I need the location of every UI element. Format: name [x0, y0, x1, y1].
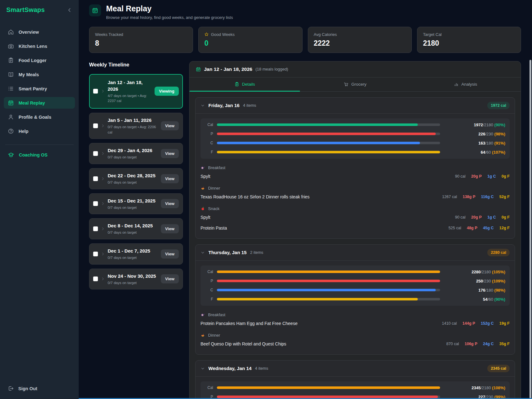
sign-out-button[interactable]: Sign Out: [4, 383, 75, 394]
macro-label: P: [205, 279, 213, 283]
meal-name: Spylt: [201, 215, 451, 220]
meal-group-snack: Snack: [201, 206, 510, 211]
macro-bar-fill: [217, 298, 418, 300]
main-content: Meal Replay Browse your meal history, fi…: [79, 0, 532, 399]
day-items-count: 4 items: [243, 103, 256, 108]
macro-value: 2345/2180 (108%): [444, 385, 505, 390]
macro-value: 250/230 (109%): [444, 279, 505, 283]
viewing-button[interactable]: Viewing: [155, 87, 179, 96]
week-range: Dec 15 - Dec 21, 2025: [108, 197, 158, 204]
stew-pot-icon: [201, 186, 205, 191]
meal-carbs: 24g C: [483, 342, 494, 346]
macro-bar-fill: [217, 123, 418, 126]
week-checkbox[interactable]: [93, 276, 98, 281]
sidebar-item-my-meals[interactable]: My Meals: [4, 69, 75, 80]
week-card[interactable]: Dec 8 - Dec 14, 20250/7 days on targetVi…: [89, 218, 183, 239]
macro-label: Cal: [205, 123, 213, 127]
sidebar-item-kitchen-lens[interactable]: Kitchen Lens: [4, 40, 75, 52]
view-button[interactable]: View: [161, 224, 179, 233]
week-card[interactable]: Jan 12 - Jan 18, 20264/7 days on target …: [89, 74, 183, 109]
sidebar-item-label: Food Logger: [19, 58, 47, 63]
weekly-timeline: Weekly Timeline Jan 12 - Jan 18, 20264/7…: [89, 61, 183, 294]
view-button[interactable]: View: [161, 174, 179, 183]
stat-value: 2180: [423, 39, 515, 48]
meal-name: Beef Queso Dip with Rotel and Quest Chip…: [201, 341, 443, 346]
week-checkbox[interactable]: [93, 123, 98, 128]
tab-details[interactable]: Details: [190, 77, 300, 91]
chevron-right-icon: [101, 227, 105, 231]
sidebar-item-smart-pantry[interactable]: Smart Pantry: [4, 83, 75, 94]
meal-groups: BreakfastSpylt90 cal20g P1g C0g FDinnerT…: [195, 160, 515, 238]
meal-group-label: Dinner: [208, 333, 220, 338]
macro-value: 2280/2180 (105%): [444, 270, 505, 274]
meal-calories: 90 cal: [455, 215, 465, 219]
meal-group-breakfast: Breakfast: [201, 312, 510, 317]
week-range: Nov 24 - Nov 30, 2025: [108, 273, 158, 279]
week-checkbox[interactable]: [93, 226, 98, 231]
macro-row-c: C163/180 (91%): [205, 141, 505, 145]
chevron-right-icon: [101, 202, 105, 206]
stat-value: 8: [95, 39, 187, 48]
meal-fat: 35g F: [499, 342, 510, 346]
chevron-down-icon: [201, 366, 205, 371]
macro-summary: Cal2280/2180 (105%)P250/230 (109%)C176/1…: [201, 265, 510, 306]
meal-carbs: 1g C: [487, 174, 496, 179]
week-checkbox[interactable]: [93, 201, 98, 206]
week-card[interactable]: Jan 5 - Jan 11, 20260/7 days on target •…: [89, 113, 183, 139]
week-card[interactable]: Dec 15 - Dec 21, 20250/7 days on targetV…: [89, 193, 183, 214]
sidebar-collapse-button[interactable]: [67, 7, 72, 13]
cart-icon: [344, 82, 348, 87]
stat-card-avg-calories: Avg Calories2222: [308, 27, 412, 53]
macro-label: Cal: [205, 385, 213, 390]
macro-bar-fill: [217, 396, 438, 398]
stat-label-text: Good Weeks: [211, 32, 235, 37]
view-button[interactable]: View: [161, 249, 179, 259]
home-icon: [8, 29, 14, 35]
macro-bar-track: [217, 151, 440, 153]
macro-bar-fill: [217, 289, 436, 291]
clipboard-icon: [8, 57, 14, 63]
week-meta: 0/7 days on target: [108, 205, 158, 210]
sidebar-item-food-logger[interactable]: Food Logger: [4, 54, 75, 66]
week-card[interactable]: Nov 24 - Nov 30, 20250/7 days on targetV…: [89, 269, 183, 290]
day-header[interactable]: Thursday, Jan 152 items2280 cal: [195, 245, 515, 261]
macro-bar-fill: [217, 280, 440, 282]
week-checkbox[interactable]: [93, 151, 98, 156]
week-checkbox[interactable]: [93, 252, 98, 256]
day-header[interactable]: Friday, Jan 164 items1972 cal: [195, 98, 515, 114]
sidebar-item-help[interactable]: Help: [4, 125, 75, 137]
week-checkbox[interactable]: [93, 176, 98, 181]
week-range: Dec 22 - Dec 28, 2025: [108, 172, 158, 179]
macro-label: Cal: [205, 270, 213, 274]
sidebar-item-coaching-os[interactable]: Coaching OS: [4, 150, 75, 160]
meal-fat: 0g F: [501, 174, 510, 179]
vertical-scrollbar[interactable]: [529, 60, 531, 399]
page-header: Meal Replay Browse your meal history, fi…: [89, 4, 521, 20]
day-calories-badge: 1972 cal: [487, 102, 510, 109]
macro-bar-track: [217, 386, 440, 389]
tab-analysis[interactable]: Analysis: [410, 77, 521, 91]
macro-row-p: P226/230 (98%): [205, 132, 505, 136]
view-button[interactable]: View: [161, 274, 179, 283]
coaching-os-label: Coaching OS: [19, 152, 48, 157]
sidebar-item-overview[interactable]: Overview: [4, 26, 75, 38]
bar-chart-icon: [454, 82, 459, 87]
day-header[interactable]: Wednesday, Jan 144 items2345 cal: [195, 361, 515, 377]
sidebar-item-label: Help: [19, 129, 28, 134]
sidebar-item-profile-goals[interactable]: Profile & Goals: [4, 111, 75, 123]
week-checkbox[interactable]: [93, 89, 98, 94]
macro-value: 176/180 (98%): [444, 288, 505, 293]
week-card[interactable]: Dec 29 - Jan 4, 20260/7 days on targetVi…: [89, 143, 183, 164]
tab-grocery[interactable]: Grocery: [300, 77, 410, 91]
stat-card-target-cal: Target Cal2180: [417, 27, 521, 53]
macro-summary: Cal2345/2180 (108%)P227/230 (99%)C186/18…: [201, 381, 510, 399]
view-button[interactable]: View: [161, 149, 179, 158]
meal-protein: 144g P: [462, 321, 475, 326]
week-card[interactable]: Dec 1 - Dec 7, 20250/7 days on targetVie…: [89, 243, 183, 265]
sidebar-item-meal-replay[interactable]: Meal Replay: [4, 97, 75, 109]
view-button[interactable]: View: [161, 199, 179, 208]
stat-label-text: Weeks Tracked: [95, 32, 123, 37]
view-button[interactable]: View: [161, 121, 179, 130]
macro-value: 54/60 (90%): [444, 297, 505, 302]
week-card[interactable]: Dec 22 - Dec 28, 20250/7 days on targetV…: [89, 168, 183, 189]
